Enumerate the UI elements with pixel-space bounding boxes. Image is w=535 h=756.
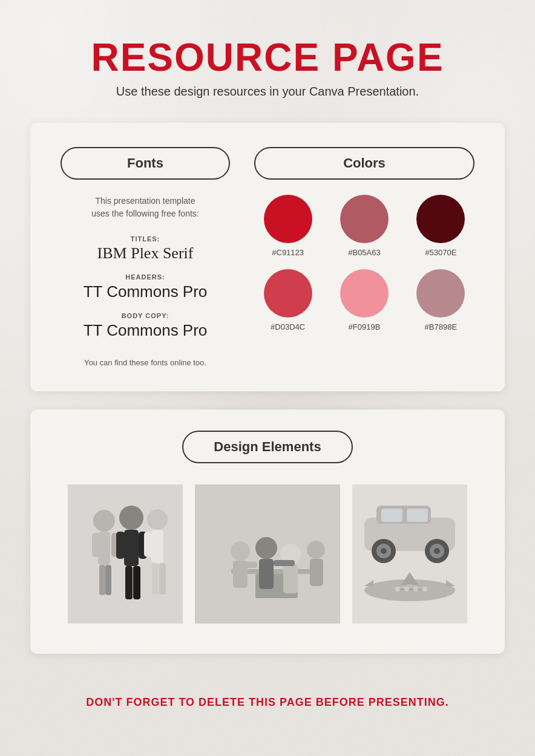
svg-rect-15: [151, 530, 163, 563]
svg-rect-30: [310, 559, 323, 586]
svg-point-52: [422, 587, 427, 591]
color-item: #F0919B: [330, 269, 398, 331]
font-headers: HEADERS: TT Commons Pro: [61, 273, 230, 301]
design-images: [61, 484, 474, 624]
svg-point-43: [434, 548, 440, 554]
color-hex-label: #B05A63: [348, 248, 381, 257]
svg-rect-7: [105, 565, 111, 595]
svg-point-51: [413, 587, 418, 591]
svg-rect-3: [98, 532, 110, 565]
svg-rect-17: [163, 532, 171, 557]
svg-point-23: [231, 541, 250, 561]
color-hex-label: #F0919B: [349, 322, 381, 331]
svg-rect-33: [352, 484, 467, 624]
color-grid: #C91123#B05A63#53070E#D03D4C#F0919B#B789…: [254, 195, 474, 331]
svg-rect-16: [144, 532, 152, 557]
fonts-section-header: Fonts: [61, 147, 230, 180]
color-item: #53070E: [407, 195, 474, 257]
body-font: TT Commons Pro: [61, 321, 230, 340]
color-circle: [340, 195, 389, 243]
svg-rect-18: [152, 563, 159, 595]
image-vehicles: [352, 484, 467, 624]
svg-rect-13: [133, 566, 140, 599]
svg-rect-32: [274, 560, 295, 566]
svg-rect-36: [381, 509, 402, 522]
svg-point-2: [93, 510, 115, 532]
svg-rect-9: [124, 530, 139, 566]
svg-point-40: [381, 548, 387, 554]
image-people-meeting: [195, 484, 340, 624]
svg-rect-19: [159, 563, 166, 595]
svg-point-50: [404, 587, 409, 591]
image-people-walking: [68, 484, 183, 624]
color-item: #C91123: [254, 195, 321, 257]
color-item: #B7898E: [407, 269, 474, 331]
main-card: Fonts This presentation template uses th…: [30, 123, 505, 391]
warning-text: DON'T FORGET TO DELETE THIS PAGE BEFORE …: [42, 696, 493, 709]
body-label: BODY COPY:: [61, 312, 230, 319]
font-titles: TITLES: IBM Plex Serif: [61, 235, 230, 262]
svg-point-29: [307, 541, 325, 559]
svg-point-8: [119, 506, 143, 530]
page-subtitle: Use these design resources in your Canva…: [30, 85, 505, 99]
color-circle: [264, 195, 312, 243]
svg-rect-31: [233, 562, 257, 568]
fonts-footer: You can find these fonts online too.: [61, 358, 230, 367]
svg-rect-12: [125, 566, 133, 599]
svg-rect-26: [259, 559, 274, 589]
headers-label: HEADERS:: [61, 273, 230, 281]
svg-rect-6: [99, 565, 105, 595]
svg-rect-37: [407, 509, 428, 522]
colors-column: Colors #C91123#B05A63#53070E#D03D4C#F091…: [254, 147, 474, 331]
color-circle: [416, 269, 465, 318]
design-section: Design Elements: [30, 409, 505, 654]
titles-font: IBM Plex Serif: [61, 244, 230, 262]
color-item: #B05A63: [330, 195, 398, 257]
color-hex-label: #C91123: [272, 248, 304, 257]
color-hex-label: #D03D4C: [271, 322, 305, 331]
color-item: #D03D4C: [254, 269, 321, 331]
svg-point-49: [395, 587, 400, 591]
color-circle: [416, 195, 465, 243]
titles-label: TITLES:: [61, 235, 230, 243]
svg-point-25: [255, 537, 277, 559]
svg-rect-10: [116, 532, 125, 559]
color-circle: [340, 269, 389, 318]
footer-warning: DON'T FORGET TO DELETE THIS PAGE BEFORE …: [30, 672, 505, 733]
font-body: BODY COPY: TT Commons Pro: [61, 312, 230, 340]
design-section-header: Design Elements: [182, 431, 352, 463]
color-hex-label: #B7898E: [425, 322, 458, 331]
page-title: RESOURCE PAGE: [30, 36, 505, 79]
page-header: RESOURCE PAGE Use these design resources…: [30, 0, 505, 117]
svg-rect-4: [92, 533, 99, 557]
fonts-description: This presentation template uses the foll…: [61, 195, 230, 220]
svg-point-14: [147, 509, 168, 530]
headers-font: TT Commons Pro: [61, 282, 230, 301]
colors-section-header: Colors: [254, 147, 474, 180]
svg-rect-28: [283, 564, 298, 593]
color-circle: [264, 269, 312, 318]
fonts-column: Fonts This presentation template uses th…: [61, 147, 230, 367]
color-hex-label: #53070E: [425, 248, 456, 257]
